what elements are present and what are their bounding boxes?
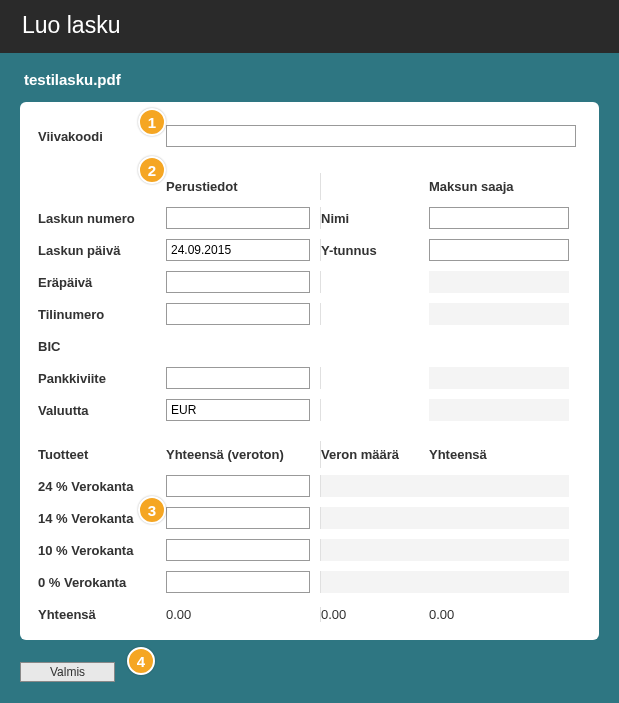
products-total-header: Yhteensä bbox=[429, 441, 569, 468]
totals-net: 0.00 bbox=[166, 607, 321, 622]
products-subtotal-header: Yhteensä (veroton) bbox=[166, 441, 321, 468]
vat10-net-input[interactable] bbox=[166, 539, 310, 561]
account-label: Tilinumero bbox=[38, 307, 166, 322]
account-input[interactable] bbox=[166, 303, 310, 325]
payee-vatid-input[interactable] bbox=[429, 239, 569, 261]
hint-badge-4: 4 bbox=[127, 647, 155, 675]
basic-header: Perustiedot bbox=[166, 173, 321, 200]
products-tax-header: Veron määrä bbox=[321, 441, 429, 468]
totals-gross: 0.00 bbox=[429, 607, 569, 622]
bank-ref-label: Pankkiviite bbox=[38, 371, 166, 386]
hint-badge-2: 2 bbox=[138, 156, 166, 184]
products-header: Tuotteet bbox=[38, 441, 166, 468]
filename-label: testilasku.pdf bbox=[24, 71, 599, 88]
invoice-date-label: Laskun päivä bbox=[38, 243, 166, 258]
section-headers: Perustiedot Maksun saaja bbox=[38, 170, 581, 202]
page-title: Luo lasku bbox=[0, 0, 619, 53]
vat24-net-input[interactable] bbox=[166, 475, 310, 497]
vat10-label: 10 % Verokanta bbox=[38, 543, 166, 558]
invoice-number-input[interactable] bbox=[166, 207, 310, 229]
hint-badge-3: 3 bbox=[138, 496, 166, 524]
payee-vatid-label: Y-tunnus bbox=[321, 243, 429, 258]
products-header-row: Tuotteet Yhteensä (veroton) Veron määrä … bbox=[38, 438, 581, 470]
main-panel: testilasku.pdf 1 Viivakoodi 2 Perustiedo… bbox=[0, 53, 619, 703]
finish-button[interactable]: Valmis bbox=[20, 662, 115, 682]
vat14-net-input[interactable] bbox=[166, 507, 310, 529]
totals-tax: 0.00 bbox=[321, 607, 429, 622]
bic-label: BIC bbox=[38, 339, 166, 354]
hint-badge-1: 1 bbox=[138, 108, 166, 136]
bank-ref-input[interactable] bbox=[166, 367, 310, 389]
barcode-row: Viivakoodi bbox=[38, 120, 581, 152]
totals-label: Yhteensä bbox=[38, 607, 166, 622]
payee-header: Maksun saaja bbox=[429, 179, 569, 194]
currency-label: Valuutta bbox=[38, 403, 166, 418]
payee-name-label: Nimi bbox=[321, 211, 429, 226]
vat24-label: 24 % Verokanta bbox=[38, 479, 166, 494]
invoice-date-input[interactable] bbox=[166, 239, 310, 261]
invoice-number-label: Laskun numero bbox=[38, 211, 166, 226]
vat0-label: 0 % Verokanta bbox=[38, 575, 166, 590]
barcode-input[interactable] bbox=[166, 125, 576, 147]
form-card: 1 Viivakoodi 2 Perustiedot Maksun saaja … bbox=[20, 102, 599, 640]
currency-input[interactable] bbox=[166, 399, 310, 421]
due-date-label: Eräpäivä bbox=[38, 275, 166, 290]
vat0-net-input[interactable] bbox=[166, 571, 310, 593]
payee-name-input[interactable] bbox=[429, 207, 569, 229]
due-date-input[interactable] bbox=[166, 271, 310, 293]
